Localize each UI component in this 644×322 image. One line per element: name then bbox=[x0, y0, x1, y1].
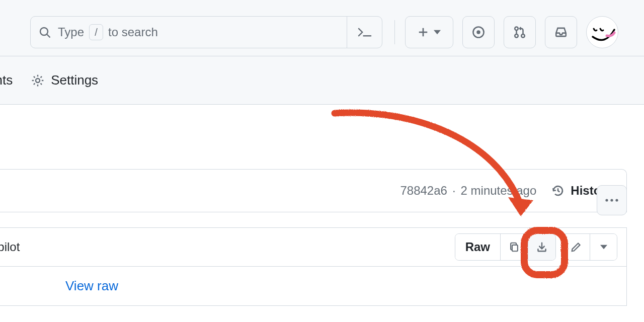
commit-age: 2 minutes ago bbox=[461, 184, 537, 198]
raw-button[interactable]: Raw bbox=[455, 234, 500, 260]
slash-key-icon: / bbox=[89, 24, 103, 40]
git-pull-request-icon bbox=[513, 26, 526, 39]
commit-sha[interactable]: 78842a6 bbox=[400, 184, 447, 198]
gear-icon bbox=[31, 73, 45, 88]
history-icon bbox=[551, 184, 565, 197]
svg-point-16 bbox=[615, 199, 618, 201]
content: 78842a6 · 2 minutes ago History opilot R… bbox=[0, 169, 644, 306]
search-placeholder-pre: Type bbox=[58, 25, 84, 39]
edit-button[interactable] bbox=[562, 234, 590, 260]
view-raw-link[interactable]: View raw bbox=[65, 278, 118, 294]
caret-down-icon bbox=[434, 30, 441, 35]
file-toolbar: opilot Raw bbox=[0, 227, 627, 267]
separator-dot: · bbox=[452, 184, 456, 198]
commit-meta: 78842a6 · 2 minutes ago bbox=[400, 184, 536, 198]
file-name: opilot bbox=[0, 240, 20, 254]
svg-marker-19 bbox=[600, 245, 607, 249]
tab-insights-label: ghts bbox=[0, 72, 13, 88]
search-placeholder-post: to search bbox=[108, 25, 158, 39]
kebab-icon bbox=[605, 198, 619, 202]
svg-point-7 bbox=[477, 31, 480, 34]
svg-line-1 bbox=[47, 35, 50, 38]
svg-rect-17 bbox=[512, 245, 518, 251]
pull-requests-button[interactable] bbox=[504, 16, 536, 48]
tab-settings[interactable]: Settings bbox=[31, 72, 98, 88]
notifications-button[interactable] bbox=[545, 16, 577, 48]
search-placeholder: Type / to search bbox=[58, 24, 158, 40]
top-actions bbox=[405, 16, 618, 48]
download-icon bbox=[536, 242, 547, 253]
topbar: Type / to search bbox=[0, 0, 644, 56]
edit-group bbox=[562, 233, 617, 261]
search-icon bbox=[39, 26, 51, 38]
issue-icon bbox=[472, 26, 485, 39]
create-new-button[interactable] bbox=[405, 16, 453, 48]
svg-marker-5 bbox=[434, 30, 441, 34]
repo-nav: ghts Settings bbox=[0, 56, 644, 105]
svg-point-0 bbox=[40, 28, 48, 35]
copy-button[interactable] bbox=[500, 234, 528, 260]
inbox-icon bbox=[554, 26, 568, 39]
caret-down-icon bbox=[600, 245, 607, 250]
command-palette-button[interactable] bbox=[347, 17, 382, 48]
svg-point-15 bbox=[610, 199, 613, 201]
divider bbox=[394, 20, 395, 44]
search-input[interactable]: Type / to search bbox=[30, 16, 382, 48]
tab-insights[interactable]: ghts bbox=[0, 72, 13, 88]
view-raw-row: View raw bbox=[0, 267, 627, 306]
svg-point-14 bbox=[605, 199, 608, 201]
avatar-image bbox=[587, 17, 618, 48]
copy-icon bbox=[509, 242, 520, 253]
svg-point-13 bbox=[36, 78, 40, 82]
edit-dropdown-button[interactable] bbox=[590, 234, 617, 260]
raw-group: Raw bbox=[455, 233, 556, 261]
more-actions-button[interactable] bbox=[597, 185, 627, 215]
commit-bar: 78842a6 · 2 minutes ago History bbox=[0, 169, 627, 212]
tab-settings-label: Settings bbox=[51, 72, 98, 88]
pencil-icon bbox=[571, 242, 582, 253]
svg-point-8 bbox=[515, 27, 518, 30]
svg-point-10 bbox=[521, 34, 525, 38]
issues-button[interactable] bbox=[462, 16, 495, 48]
avatar[interactable] bbox=[586, 16, 618, 48]
file-actions: Raw bbox=[449, 233, 617, 261]
svg-point-9 bbox=[515, 34, 518, 38]
plus-icon bbox=[418, 27, 429, 38]
download-button[interactable] bbox=[528, 234, 555, 260]
